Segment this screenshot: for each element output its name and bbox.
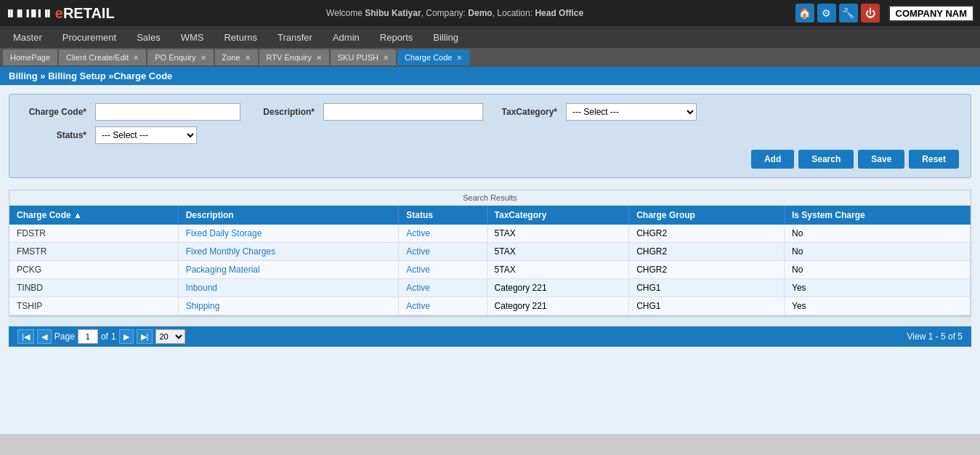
home-icon-button[interactable]: 🏠 — [795, 4, 814, 23]
tab-rtv-enquiry[interactable]: RTV Enquiry ✕ — [259, 49, 329, 65]
horizontal-scrollbar[interactable] — [9, 316, 971, 326]
cell-description[interactable]: Packaging Material — [178, 261, 399, 279]
description-input[interactable] — [323, 103, 483, 121]
nav-transfer[interactable]: Transfer — [267, 28, 323, 47]
cell-is-system-charge: Yes — [785, 297, 971, 315]
nav-procurement[interactable]: Procurement — [52, 28, 126, 47]
cell-description[interactable]: Fixed Monthly Charges — [178, 243, 399, 261]
wrench-icon-button[interactable]: 🔧 — [839, 4, 858, 23]
tab-po-label: PO Enquiry — [155, 53, 195, 62]
cell-code: PCKG — [9, 261, 178, 279]
first-page-button[interactable]: |◀ — [17, 329, 34, 344]
cell-status: Active — [399, 261, 487, 279]
nav-billing[interactable]: Billing — [423, 28, 469, 47]
cell-description[interactable]: Fixed Daily Storage — [178, 225, 399, 243]
cell-tax-category: Category 221 — [487, 297, 629, 315]
tab-rtv-label: RTV Enquiry — [267, 53, 312, 62]
logo-barcode: ▐▌▐▌▐▐▌▌▐▌ — [6, 10, 52, 17]
logo-area: ▐▌▐▌▐▐▌▌▐▌ eRETAIL — [6, 5, 115, 22]
charge-code-label: Charge Code* — [21, 107, 86, 117]
col-status[interactable]: Status — [399, 206, 487, 225]
table-row[interactable]: TSHIP Shipping Active Category 221 CHG1 … — [9, 297, 971, 315]
tax-category-select[interactable]: --- Select --- — [566, 103, 697, 121]
page-number-input[interactable] — [78, 329, 98, 344]
cell-code: FMSTR — [9, 243, 178, 261]
reset-button[interactable]: Reset — [909, 150, 959, 169]
save-button[interactable]: Save — [858, 150, 904, 169]
cell-tax-category: 5TAX — [487, 243, 629, 261]
tax-category-label: TaxCategory* — [492, 107, 557, 117]
results-title: Search Results — [9, 190, 971, 206]
tab-client-create-edit[interactable]: Client Create/Edit ✕ — [59, 49, 146, 65]
col-tax-category[interactable]: TaxCategory — [487, 206, 629, 225]
tab-homepage[interactable]: HomePage — [3, 49, 57, 65]
company-badge: COMPANY NAM — [888, 5, 974, 22]
cell-tax-category: 5TAX — [487, 261, 629, 279]
nav-admin[interactable]: Admin — [323, 28, 370, 47]
welcome-message: Welcome Shibu Katiyar, Company: Demo, Lo… — [326, 8, 583, 18]
cell-status: Active — [399, 297, 487, 315]
cell-description[interactable]: Inbound — [178, 279, 399, 297]
tab-sku-label: SKU PUSH — [338, 53, 378, 62]
tab-homepage-label: HomePage — [10, 53, 50, 62]
tab-zone[interactable]: Zone ✕ — [215, 49, 258, 65]
cell-description[interactable]: Shipping — [178, 297, 399, 315]
cell-is-system-charge: No — [785, 225, 971, 243]
tab-client-label: Client Create/Edit — [66, 53, 129, 62]
status-label: Status* — [21, 130, 86, 140]
next-page-button[interactable]: ▶ — [119, 329, 134, 344]
table-row[interactable]: TINBD Inbound Active Category 221 CHG1 Y… — [9, 279, 971, 297]
pagination-controls: |◀ ◀ Page of 1 ▶ ▶| 20 50 100 — [17, 329, 185, 344]
tab-charge-code-close[interactable]: ✕ — [456, 54, 462, 62]
cell-status: Active — [399, 225, 487, 243]
tab-client-close[interactable]: ✕ — [133, 54, 139, 62]
cell-status: Active — [399, 279, 487, 297]
tab-charge-code[interactable]: Charge Code ✕ — [397, 49, 469, 65]
power-icon-button[interactable]: ⏻ — [861, 4, 880, 23]
nav-wms[interactable]: WMS — [171, 28, 214, 47]
cell-tax-category: 5TAX — [487, 225, 629, 243]
tab-po-close[interactable]: ✕ — [201, 54, 206, 62]
cell-is-system-charge: No — [785, 243, 971, 261]
results-table: Charge Code ▲ Description Status TaxCate… — [9, 206, 971, 315]
last-page-button[interactable]: ▶| — [137, 329, 153, 344]
tab-sku-push[interactable]: SKU PUSH ✕ — [331, 49, 396, 65]
col-charge-code[interactable]: Charge Code ▲ — [9, 206, 178, 225]
table-row[interactable]: FDSTR Fixed Daily Storage Active 5TAX CH… — [9, 225, 971, 243]
table-row[interactable]: FMSTR Fixed Monthly Charges Active 5TAX … — [9, 243, 971, 261]
gear-icon-button[interactable]: ⚙ — [817, 4, 836, 23]
cell-code: FDSTR — [9, 225, 178, 243]
nav-master[interactable]: Master — [3, 28, 52, 47]
cell-charge-group: CHGR2 — [629, 243, 785, 261]
col-charge-group[interactable]: Charge Group — [629, 206, 785, 225]
col-is-system-charge[interactable]: Is System Charge — [785, 206, 971, 225]
charge-code-input[interactable] — [95, 103, 240, 121]
cell-charge-group: CHG1 — [629, 297, 785, 315]
tab-zone-close[interactable]: ✕ — [245, 54, 251, 62]
tab-charge-code-label: Charge Code — [405, 53, 452, 62]
view-text: View 1 - 5 of 5 — [907, 331, 963, 342]
col-description[interactable]: Description — [178, 206, 399, 225]
logo-text: eRETAIL — [55, 5, 115, 22]
table-row[interactable]: PCKG Packaging Material Active 5TAX CHGR… — [9, 261, 971, 279]
cell-is-system-charge: Yes — [785, 279, 971, 297]
of-label: of — [101, 331, 108, 342]
breadcrumb: Billing » Billing Setup »Charge Code — [0, 67, 980, 85]
add-button[interactable]: Add — [751, 150, 794, 169]
tab-po-enquiry[interactable]: PO Enquiry ✕ — [147, 49, 213, 65]
nav-sales[interactable]: Sales — [126, 28, 171, 47]
nav-returns[interactable]: Returns — [214, 28, 267, 47]
status-select[interactable]: --- Select --- Active Inactive — [95, 126, 197, 144]
per-page-select[interactable]: 20 50 100 — [155, 329, 185, 344]
cell-code: TSHIP — [9, 297, 178, 315]
tab-rtv-close[interactable]: ✕ — [316, 54, 322, 62]
cell-charge-group: CHGR2 — [629, 261, 785, 279]
total-pages: 1 — [111, 331, 116, 342]
nav-reports[interactable]: Reports — [370, 28, 424, 47]
cell-code: TINBD — [9, 279, 178, 297]
page-label: Page — [54, 331, 75, 342]
prev-page-button[interactable]: ◀ — [37, 329, 52, 344]
tab-sku-close[interactable]: ✕ — [383, 54, 389, 62]
search-button[interactable]: Search — [798, 150, 854, 169]
cell-charge-group: CHGR2 — [629, 225, 785, 243]
